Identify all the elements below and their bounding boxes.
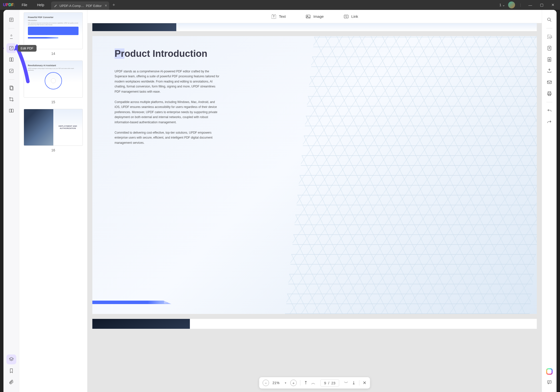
- image-tool[interactable]: Image: [305, 14, 324, 19]
- link-label: Link: [351, 14, 358, 19]
- maximize-button[interactable]: ▢: [538, 2, 546, 8]
- thumb-graphic: [28, 27, 79, 35]
- thumb-body: UPDF leverages cutting-edge AI technolog…: [28, 68, 79, 71]
- thumb-title: Revolutionary AI Assistant: [28, 64, 79, 67]
- svg-rect-3: [11, 58, 13, 62]
- svg-rect-23: [547, 381, 551, 383]
- page-paragraph[interactable]: Committed to delivering cost-effective, …: [115, 130, 221, 145]
- svg-rect-12: [344, 15, 348, 18]
- thumb-title: Powerful PDF Converter: [28, 16, 79, 19]
- organize-tool[interactable]: [6, 55, 16, 64]
- image-label: Image: [313, 14, 324, 19]
- ocr-button[interactable]: OCR: [544, 32, 554, 42]
- attachment-tool[interactable]: [6, 377, 16, 387]
- document-tab[interactable]: UPDF-A Comp… PDF Editor ×: [51, 1, 109, 10]
- link-tool[interactable]: Link: [343, 14, 358, 19]
- close-icon[interactable]: ×: [105, 3, 107, 8]
- last-page-button[interactable]: ⤓: [352, 380, 356, 386]
- zoom-in-button[interactable]: +: [290, 380, 297, 386]
- page-indicator[interactable]: 9 / 23: [320, 379, 339, 387]
- page-paragraph[interactable]: UPDF stands as a comprehensive AI-powere…: [115, 69, 221, 94]
- thumbnail-16[interactable]: DEPLOYMENT AND AUTHORIZATION 16: [24, 109, 83, 152]
- thumb-number: 14: [24, 52, 83, 56]
- thumbnail-15[interactable]: Revolutionary AI Assistant UPDF leverage…: [24, 61, 83, 104]
- text-tool[interactable]: Text: [271, 14, 286, 19]
- edit-pdf-tool[interactable]: Edit PDF: [6, 43, 16, 53]
- separator: [546, 28, 552, 28]
- window-count[interactable]: 1 ⌄: [500, 3, 505, 7]
- zoom-value: 21%: [273, 381, 280, 385]
- convert-button[interactable]: [544, 43, 554, 53]
- first-page-button[interactable]: ⤒: [304, 380, 308, 386]
- share-button[interactable]: [544, 66, 554, 76]
- layers-tool[interactable]: [6, 354, 16, 364]
- menu-help[interactable]: Help: [32, 3, 49, 7]
- compare-tool[interactable]: [6, 106, 16, 116]
- user-avatar[interactable]: [508, 1, 515, 8]
- close-button[interactable]: ✕: [549, 2, 557, 8]
- page-canvas[interactable]: Product Introduction UPDF stands as a co…: [87, 23, 542, 392]
- comment-tool[interactable]: [6, 32, 16, 42]
- menu-file[interactable]: File: [17, 3, 32, 7]
- divider: |: [520, 3, 521, 7]
- crop-tool[interactable]: [6, 94, 16, 104]
- protect-button[interactable]: [544, 55, 554, 64]
- thumb-graphic: [45, 72, 62, 89]
- chat-button[interactable]: [544, 377, 554, 387]
- separator: [359, 380, 359, 386]
- thumb-bar: [28, 37, 58, 39]
- svg-text:OCR: OCR: [548, 36, 552, 38]
- zoom-out-button[interactable]: −: [263, 380, 269, 386]
- divider: |: [14, 3, 15, 7]
- ai-assistant-button[interactable]: [546, 368, 553, 375]
- prev-page-button[interactable]: ︿: [311, 380, 316, 386]
- svg-rect-18: [549, 60, 550, 61]
- zoom-dropdown[interactable]: ▼: [284, 382, 287, 384]
- thumbnail-panel: Powerful PDF Converter Introduction With…: [19, 10, 87, 392]
- svg-rect-2: [9, 58, 11, 62]
- separator: [8, 28, 14, 28]
- redact-tool[interactable]: [6, 83, 16, 93]
- separator: [300, 380, 300, 386]
- close-bar-button[interactable]: ✕: [363, 380, 366, 386]
- thumb-number: 15: [24, 100, 83, 104]
- undo-button[interactable]: [544, 106, 554, 116]
- page-paragraph[interactable]: Compatible across multiple platforms, in…: [115, 100, 221, 125]
- search-button[interactable]: [544, 15, 554, 25]
- thumb-subtitle: Introduction: [28, 20, 79, 21]
- zoom-navigation-bar: − 21% ▼ + ⤒ ︿ 9 / 23 ﹀ ⤓ ✕: [259, 377, 370, 389]
- svg-rect-19: [547, 81, 551, 84]
- tab-suffix: PDF Editor: [86, 4, 102, 8]
- background-image: [285, 36, 537, 314]
- add-tab-button[interactable]: +: [113, 2, 115, 8]
- print-button[interactable]: [544, 89, 554, 99]
- page-number-bar: 07: [92, 301, 171, 304]
- thumb-number: 16: [24, 148, 83, 152]
- email-button[interactable]: [544, 77, 554, 87]
- previous-page-fragment: [92, 23, 537, 31]
- text-label: Text: [279, 14, 286, 19]
- separator: [546, 102, 552, 102]
- redo-button[interactable]: [544, 117, 554, 127]
- pencil-icon: [54, 4, 58, 7]
- count-value: 1: [500, 3, 501, 7]
- bookmark-tool[interactable]: [6, 366, 16, 376]
- svg-rect-20: [548, 92, 551, 93]
- document-page[interactable]: Product Introduction UPDF stands as a co…: [92, 36, 537, 314]
- svg-point-13: [547, 18, 550, 21]
- edit-toolbar: Text Image Link: [87, 10, 542, 23]
- separator: [8, 79, 14, 80]
- tooltip: Edit PDF: [18, 45, 37, 52]
- thumb-image: [24, 109, 53, 145]
- titlebar: UPDF | File Help UPDF-A Comp… PDF Editor…: [0, 0, 560, 10]
- reader-tool[interactable]: [6, 15, 16, 25]
- minimize-button[interactable]: —: [526, 2, 535, 8]
- next-page-fragment: [92, 319, 537, 329]
- active-indicator: [3, 47, 4, 49]
- fill-sign-tool[interactable]: [6, 66, 16, 76]
- chevron-down-icon: ⌄: [502, 3, 505, 7]
- tab-title: UPDF-A Comp…: [60, 4, 84, 8]
- next-page-button[interactable]: ﹀: [344, 380, 348, 386]
- page-heading[interactable]: Product Introduction: [115, 48, 221, 59]
- thumb-caption: DEPLOYMENT AND AUTHORIZATION: [53, 109, 83, 145]
